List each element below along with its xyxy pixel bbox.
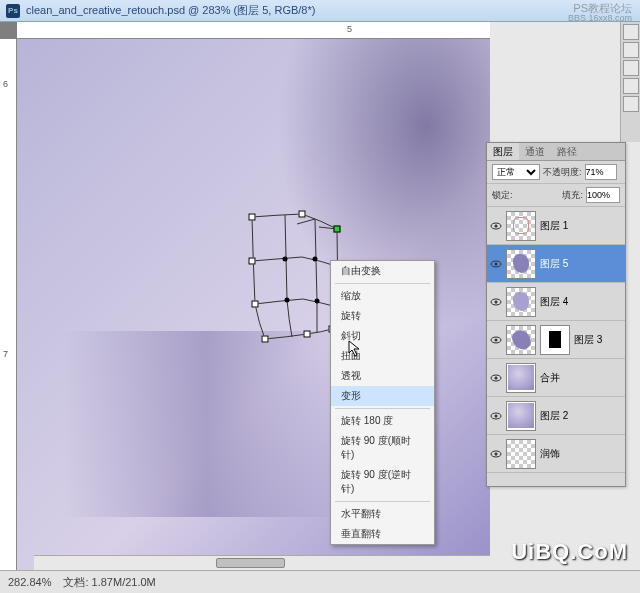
svg-line-0 <box>297 219 315 224</box>
layer-thumb[interactable] <box>506 287 536 317</box>
layer-mask-thumb[interactable] <box>540 325 570 355</box>
layer-row[interactable]: 图层 3 <box>487 321 625 359</box>
layer-thumb[interactable] <box>506 363 536 393</box>
warp-anchor[interactable] <box>315 299 320 304</box>
warp-handle[interactable] <box>249 214 256 221</box>
visibility-icon[interactable] <box>490 410 502 422</box>
layer-name[interactable]: 图层 1 <box>540 219 568 233</box>
scrollbar-horizontal[interactable] <box>34 555 490 570</box>
svg-point-3 <box>495 224 498 227</box>
warp-anchor[interactable] <box>283 257 288 262</box>
layer-name[interactable]: 合并 <box>540 371 560 385</box>
warp-anchor[interactable] <box>285 298 290 303</box>
layer-row[interactable]: 图层 4 <box>487 283 625 321</box>
blend-mode-select[interactable]: 正常 <box>492 164 540 180</box>
opacity-input[interactable] <box>585 164 617 180</box>
image-fold <box>64 331 348 517</box>
menu-skew[interactable]: 斜切 <box>331 326 434 346</box>
layer-thumb[interactable] <box>506 211 536 241</box>
svg-point-7 <box>495 300 498 303</box>
svg-point-15 <box>495 452 498 455</box>
warp-handle-active[interactable] <box>334 226 341 233</box>
watermark-top: PS教程论坛 BBS.16xx8.com <box>568 2 632 24</box>
dock-icon[interactable] <box>623 96 639 112</box>
palette-dock[interactable] <box>620 22 640 142</box>
menu-rotate-180[interactable]: 旋转 180 度 <box>331 411 434 431</box>
ps-icon: Ps <box>6 4 20 18</box>
menu-free-transform[interactable]: 自由变换 <box>331 261 434 281</box>
statusbar: 282.84% 文档: 1.87M/21.0M <box>0 570 640 593</box>
layer-row[interactable]: 图层 2 <box>487 397 625 435</box>
layers-panel: 图层 通道 路径 正常 不透明度: 锁定: 填充: 图层 1 图层 5 图层 4 <box>486 142 626 487</box>
layer-row[interactable]: 合并 <box>487 359 625 397</box>
svg-point-13 <box>495 414 498 417</box>
svg-point-5 <box>495 262 498 265</box>
warp-handle[interactable] <box>252 301 259 308</box>
menu-separator <box>335 501 430 502</box>
document-titlebar: Ps clean_and_creative_retouch.psd @ 283%… <box>0 0 640 22</box>
ruler-vertical[interactable]: 6 7 <box>0 39 17 570</box>
visibility-icon[interactable] <box>490 448 502 460</box>
lock-label: 锁定: <box>492 189 513 202</box>
menu-distort[interactable]: 扭曲 <box>331 346 434 366</box>
tab-channels[interactable]: 通道 <box>519 143 551 160</box>
menu-perspective[interactable]: 透视 <box>331 366 434 386</box>
watermark-bottom: UiBQ.CoM <box>511 539 628 565</box>
fill-input[interactable] <box>586 187 620 203</box>
menu-rotate[interactable]: 旋转 <box>331 306 434 326</box>
menu-flip-v[interactable]: 垂直翻转 <box>331 524 434 544</box>
menu-warp[interactable]: 变形 <box>331 386 434 406</box>
doc-size: 文档: 1.87M/21.0M <box>63 575 155 590</box>
menu-scale[interactable]: 缩放 <box>331 286 434 306</box>
scroll-thumb[interactable] <box>216 558 284 568</box>
warp-anchor[interactable] <box>313 257 318 262</box>
warp-handle[interactable] <box>262 336 269 343</box>
tab-layers[interactable]: 图层 <box>487 143 519 160</box>
layer-thumb[interactable] <box>506 249 536 279</box>
menu-separator <box>335 408 430 409</box>
lock-row: 锁定: 填充: <box>487 184 625 207</box>
dock-icon[interactable] <box>623 42 639 58</box>
layer-thumb[interactable] <box>506 401 536 431</box>
layer-name[interactable]: 润饰 <box>540 447 560 461</box>
layer-thumb[interactable] <box>506 439 536 469</box>
visibility-icon[interactable] <box>490 296 502 308</box>
opacity-label: 不透明度: <box>543 166 582 179</box>
document-title: clean_and_creative_retouch.psd @ 283% (图… <box>26 3 315 18</box>
visibility-icon[interactable] <box>490 372 502 384</box>
layer-row-selected[interactable]: 图层 5 <box>487 245 625 283</box>
ruler-horizontal[interactable]: 5 <box>17 22 490 39</box>
svg-point-11 <box>495 376 498 379</box>
svg-point-9 <box>495 338 498 341</box>
fill-label: 填充: <box>562 189 583 202</box>
layer-thumb[interactable] <box>506 325 536 355</box>
layer-name[interactable]: 图层 3 <box>574 333 602 347</box>
tab-paths[interactable]: 路径 <box>551 143 583 160</box>
dock-icon[interactable] <box>623 24 639 40</box>
warp-handle[interactable] <box>304 331 311 338</box>
visibility-icon[interactable] <box>490 334 502 346</box>
dock-icon[interactable] <box>623 60 639 76</box>
layer-row[interactable]: 润饰 <box>487 435 625 473</box>
visibility-icon[interactable] <box>490 258 502 270</box>
panel-tabs: 图层 通道 路径 <box>487 143 625 161</box>
layer-row[interactable]: 图层 1 <box>487 207 625 245</box>
menu-rotate-90cw[interactable]: 旋转 90 度(顺时针) <box>331 431 434 465</box>
menu-flip-h[interactable]: 水平翻转 <box>331 504 434 524</box>
warp-handle[interactable] <box>299 211 306 218</box>
menu-rotate-90ccw[interactable]: 旋转 90 度(逆时针) <box>331 465 434 499</box>
blend-row: 正常 不透明度: <box>487 161 625 184</box>
layer-name[interactable]: 图层 4 <box>540 295 568 309</box>
transform-context-menu: 自由变换 缩放 旋转 斜切 扭曲 透视 变形 旋转 180 度 旋转 90 度(… <box>330 260 435 545</box>
layer-name[interactable]: 图层 2 <box>540 409 568 423</box>
warp-handle[interactable] <box>249 258 256 265</box>
layer-list: 图层 1 图层 5 图层 4 图层 3 合并 图层 2 <box>487 207 625 487</box>
layer-name[interactable]: 图层 5 <box>540 257 568 271</box>
zoom-level[interactable]: 282.84% <box>8 576 51 588</box>
dock-icon[interactable] <box>623 78 639 94</box>
visibility-icon[interactable] <box>490 220 502 232</box>
menu-separator <box>335 283 430 284</box>
